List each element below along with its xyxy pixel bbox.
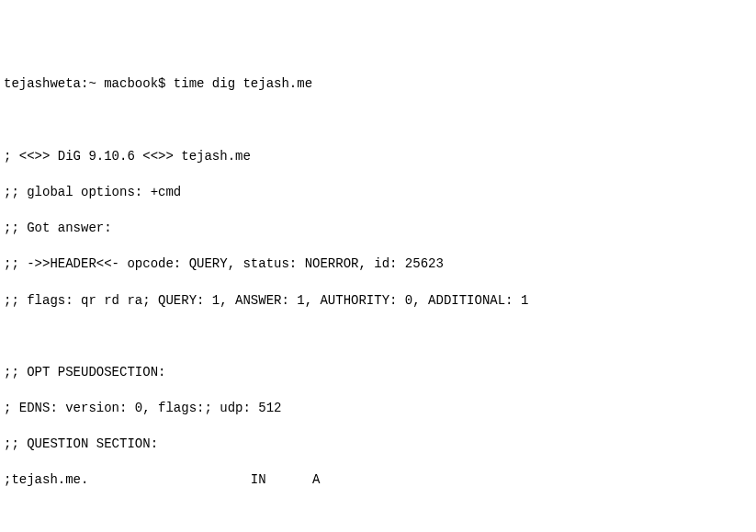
dig-header: ;; ->>HEADER<<- opcode: QUERY, status: N… [4, 255, 756, 274]
dig-question-line: ;tejash.me. IN A [4, 471, 756, 490]
blank-line [4, 112, 756, 130]
dig-question-header: ;; QUESTION SECTION: [4, 436, 756, 454]
dig-edns: ; EDNS: version: 0, flags:; udp: 512 [4, 400, 756, 418]
command-text: time dig tejash.me [174, 76, 312, 91]
terminal-output[interactable]: tejashweta:~ macbook$ time dig tejash.me… [4, 75, 756, 532]
blank-line [4, 328, 756, 346]
dig-global-options: ;; global options: +cmd [4, 184, 756, 202]
prompt-line: tejashweta:~ macbook$ time dig tejash.me [4, 75, 756, 94]
dig-flags: ;; flags: qr rd ra; QUERY: 1, ANSWER: 1,… [4, 292, 756, 311]
dig-got-answer: ;; Got answer: [4, 220, 756, 238]
dig-opt-header: ;; OPT PSEUDOSECTION: [4, 364, 756, 382]
blank-line [4, 508, 756, 526]
shell-prompt: tejashweta:~ macbook$ [4, 76, 165, 91]
dig-banner: ; <<>> DiG 9.10.6 <<>> tejash.me [4, 148, 756, 166]
